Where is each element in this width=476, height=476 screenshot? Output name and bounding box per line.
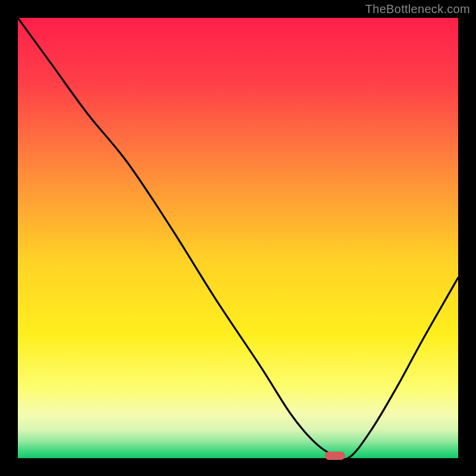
watermark-text: TheBottleneck.com [365,2,470,16]
bottleneck-curve [18,18,458,458]
chart-container: TheBottleneck.com [0,0,476,476]
optimal-marker [325,452,345,460]
plot-area [18,18,458,458]
